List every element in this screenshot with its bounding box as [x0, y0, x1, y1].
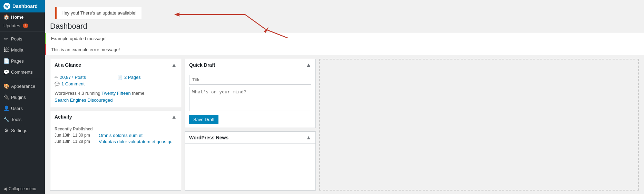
sidebar-separator-2 — [0, 79, 45, 79]
quick-draft-widget: Quick Draft ▲ Save Draft — [185, 59, 316, 128]
sidebar-item-tools[interactable]: 🔧 Tools — [0, 114, 45, 125]
comments-stat-icon: 💬 — [55, 82, 60, 86]
post-stat-icon: ✏ — [55, 75, 58, 80]
sidebar-item-comments[interactable]: 💬 Comments — [0, 66, 45, 77]
activity-body: Recently Published Jun 13th, 11:30 pm Om… — [50, 123, 181, 149]
notice-error: This is an example error message! — [45, 44, 644, 55]
page-title: Dashboard — [45, 19, 644, 33]
update-message: Hey you! There's an update available! — [61, 10, 137, 16]
sidebar-item-updates[interactable]: Updates 4 — [0, 21, 45, 30]
at-a-glance-header: At a Glance ▲ — [50, 59, 181, 71]
comments-icon: 💬 — [3, 69, 9, 75]
activity-title: Activity — [55, 114, 72, 120]
activity-link-1[interactable]: Omnis dolores eum et — [99, 133, 143, 138]
posts-count-link[interactable]: 20,877 Posts — [60, 75, 86, 80]
at-a-glance-title: At a Glance — [55, 62, 81, 68]
media-icon: 🖼 — [3, 47, 9, 53]
notice-error-text: This is an example error message! — [51, 47, 120, 52]
dashed-placeholder — [319, 59, 639, 191]
activity-item-1: Jun 13th, 11:30 pm Omnis dolores eum et — [55, 133, 177, 138]
sidebar-media-label: Media — [11, 47, 23, 53]
at-a-glance-toggle[interactable]: ▲ — [171, 62, 177, 68]
pages-stat-icon: 📄 — [117, 75, 123, 80]
wp-news-header: WordPress News ▲ — [185, 132, 315, 144]
sidebar-tools-label: Tools — [11, 117, 21, 122]
glance-stats: ✏ 20,877 Posts 📄 2 Pages — [55, 75, 177, 86]
sidebar-item-media[interactable]: 🖼 Media — [0, 44, 45, 55]
theme-suffix: theme. — [132, 91, 146, 96]
pages-count-link[interactable]: 2 Pages — [124, 75, 141, 80]
posts-label: Posts — [75, 75, 86, 80]
sidebar-users-label: Users — [11, 106, 23, 111]
quick-draft-body: Save Draft — [185, 71, 315, 128]
theme-name: Twenty Fifteen — [101, 91, 131, 96]
mid-column: Quick Draft ▲ Save Draft WordPress News … — [185, 59, 316, 191]
sidebar-posts-label: Posts — [11, 36, 22, 41]
draft-title-input[interactable] — [189, 75, 311, 85]
collapse-menu-icon: ◀ — [3, 186, 7, 191]
activity-link-2[interactable]: Voluptas dolor voluptatem et quos qui — [99, 139, 174, 144]
collapse-menu[interactable]: ◀ Collapse menu — [0, 184, 45, 194]
sidebar-item-users[interactable]: 👤 Users — [0, 103, 45, 114]
settings-icon: ⚙ — [3, 128, 9, 133]
sidebar-dashboard-header[interactable]: Dashboard — [0, 0, 45, 12]
comments-stat: 💬 1 Comment — [55, 81, 114, 86]
notice-updated: Example updated message! — [45, 33, 644, 44]
left-column: At a Glance ▲ ✏ 20,877 Posts — [50, 59, 181, 191]
users-icon: 👤 — [3, 105, 9, 111]
page-title-text: Dashboard — [50, 22, 639, 31]
sidebar-item-settings[interactable]: ⚙ Settings — [0, 125, 45, 136]
activity-date-1: Jun 13th, 11:30 pm — [55, 133, 96, 138]
svg-marker-1 — [174, 12, 179, 17]
quick-draft-title: Quick Draft — [189, 62, 215, 68]
sidebar-item-home[interactable]: 🏠 Home — [0, 12, 45, 21]
right-column — [319, 59, 639, 191]
sidebar-item-plugins[interactable]: 🔌 Plugins — [0, 92, 45, 103]
at-a-glance-widget: At a Glance ▲ ✏ 20,877 Posts — [50, 59, 181, 107]
posts-icon: ✏ — [3, 36, 9, 41]
notice-updated-text: Example updated message! — [51, 36, 107, 41]
pages-stat: 📄 2 Pages — [117, 75, 177, 80]
pages-label: Pages — [128, 75, 141, 80]
main-content: Hey you! There's an update available! Da… — [45, 0, 644, 194]
sidebar-appearance-label: Appearance — [11, 84, 35, 89]
widgets-row: At a Glance ▲ ✏ 20,877 Posts — [50, 59, 639, 191]
quick-draft-toggle[interactable]: ▲ — [306, 62, 311, 68]
collapse-menu-label: Collapse menu — [9, 186, 36, 191]
theme-link[interactable]: Twenty Fifteen — [101, 91, 131, 96]
glance-info: WordPress 4.3 running Twenty Fifteen the… — [55, 90, 177, 103]
sidebar-plugins-label: Plugins — [11, 95, 26, 100]
appearance-icon: 🎨 — [3, 83, 9, 89]
sidebar-pages-label: Pages — [11, 58, 24, 64]
wp-news-title: WordPress News — [189, 135, 228, 140]
sidebar-item-pages[interactable]: 📄 Pages — [0, 55, 45, 66]
draft-body-input[interactable] — [189, 87, 311, 111]
sidebar-comments-label: Comments — [11, 70, 33, 75]
comments-count-link[interactable]: 1 Comment — [61, 81, 85, 86]
sidebar: Dashboard 🏠 Home Updates 4 ✏ Posts 🖼 Med… — [0, 0, 45, 194]
search-engines-link[interactable]: Search Engines Discouraged — [55, 98, 113, 103]
wp-news-widget: WordPress News ▲ — [185, 131, 316, 191]
update-notification: Hey you! There's an update available! — [55, 7, 142, 19]
search-engines-text: Search Engines Discouraged — [55, 98, 113, 103]
wp-news-body — [185, 144, 315, 151]
pages-icon: 📄 — [3, 58, 9, 64]
sidebar-separator-1 — [0, 31, 45, 32]
updates-label: Updates — [3, 23, 20, 28]
at-a-glance-body: ✏ 20,877 Posts 📄 2 Pages — [50, 71, 181, 107]
sidebar-item-appearance[interactable]: 🎨 Appearance — [0, 81, 45, 92]
home-icon: 🏠 — [3, 14, 9, 20]
activity-toggle[interactable]: ▲ — [171, 114, 177, 120]
wp-news-toggle[interactable]: ▲ — [306, 135, 311, 141]
save-draft-button[interactable]: Save Draft — [189, 115, 218, 124]
posts-count: 20,877 — [60, 75, 74, 80]
plugins-icon: 🔌 — [3, 94, 9, 100]
content-area: At a Glance ▲ ✏ 20,877 Posts — [45, 55, 644, 194]
activity-header: Activity ▲ — [50, 111, 181, 123]
sidebar-home-label: Home — [11, 15, 23, 20]
wp-version-text: WordPress 4.3 running — [55, 91, 100, 96]
activity-date-2: Jun 13th, 11:28 pm — [55, 139, 96, 144]
tools-icon: 🔧 — [3, 117, 9, 122]
sidebar-header-label: Dashboard — [12, 3, 38, 9]
sidebar-item-posts[interactable]: ✏ Posts — [0, 33, 45, 44]
